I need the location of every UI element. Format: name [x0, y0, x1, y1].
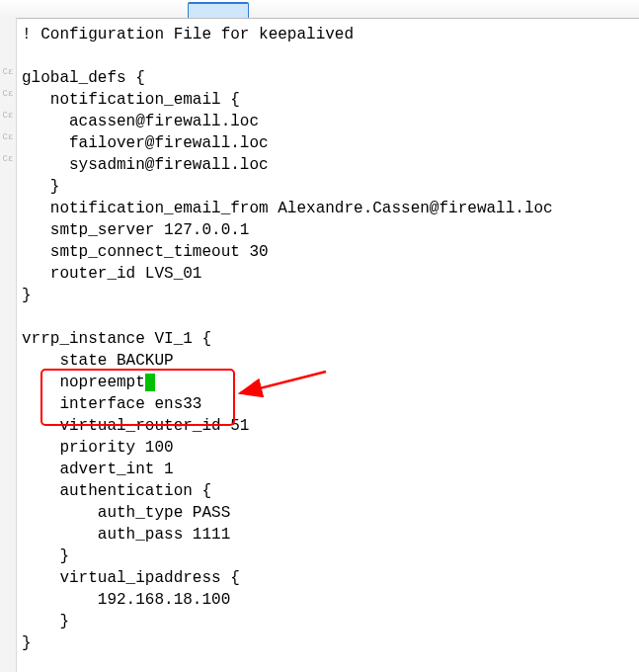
- gutter-blank: [0, 40, 16, 61]
- editor-gutter: Cε Cε Cε Cε Cε: [0, 18, 17, 672]
- code-line: }: [22, 634, 32, 652]
- code-line: vrrp_instance VI_1 {: [22, 330, 211, 348]
- gutter-marker: Cε: [0, 105, 16, 126]
- gutter-marker: Cε: [0, 126, 16, 148]
- code-line: authentication {: [22, 482, 211, 500]
- code-line: }: [22, 613, 69, 630]
- gutter-marker: Cε: [0, 61, 16, 83]
- code-line: virtual_ipaddress {: [22, 569, 240, 587]
- code-line: }: [22, 547, 69, 565]
- code-line: state BACKUP: [22, 352, 174, 370]
- active-tab[interactable]: [188, 2, 249, 18]
- code-line: acassen@firewall.loc: [22, 113, 259, 130]
- code-line: auth_type PASS: [22, 504, 230, 522]
- code-line: smtp_connect_timeout 30: [22, 243, 269, 261]
- code-line: nopreempt: [22, 374, 145, 391]
- code-line: failover@firewall.loc: [22, 134, 269, 152]
- code-line: notification_email {: [22, 91, 240, 109]
- code-line: virtual_router_id 51: [22, 417, 249, 435]
- gutter-marker: Cε: [0, 83, 16, 105]
- code-line: 192.168.18.100: [22, 591, 230, 609]
- code-line: auth_pass 1111: [22, 526, 230, 544]
- code-line: advert_int 1: [22, 461, 174, 478]
- gutter-blank: [0, 18, 16, 40]
- code-line: notification_email_from Alexandre.Cassen…: [22, 200, 553, 217]
- code-line: ! Configuration File for keepalived: [22, 26, 354, 43]
- code-line: }: [22, 287, 32, 304]
- code-line: sysadmin@firewall.loc: [22, 156, 269, 174]
- code-editor[interactable]: ! Configuration File for keepalived glob…: [16, 18, 639, 672]
- gutter-marker: Cε: [0, 148, 16, 170]
- text-cursor: [145, 374, 155, 391]
- code-line: }: [22, 178, 59, 196]
- code-line: interface ens33: [22, 395, 201, 413]
- code-line: priority 100: [22, 439, 174, 457]
- code-line: router_id LVS_01: [22, 265, 201, 283]
- tab-strip: [0, 0, 639, 19]
- code-line: global_defs {: [22, 69, 145, 87]
- code-line: smtp_server 127.0.0.1: [22, 221, 249, 239]
